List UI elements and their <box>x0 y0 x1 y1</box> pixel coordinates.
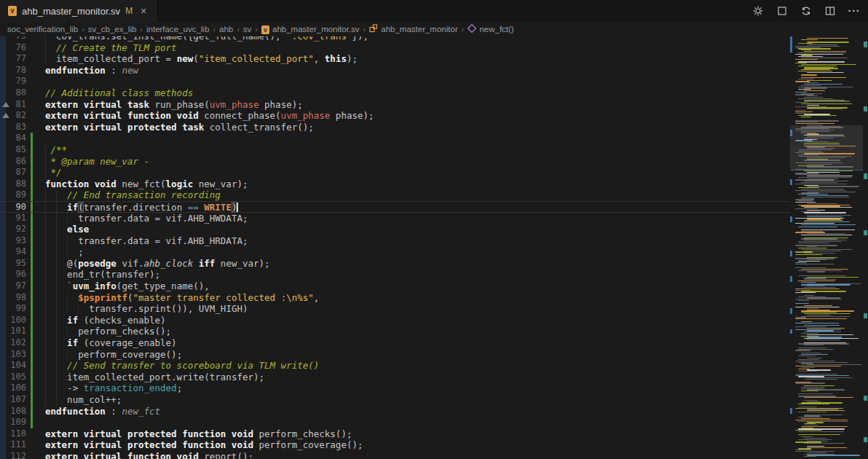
git-modified-gutter[interactable] <box>31 189 33 201</box>
breadcrumb-separator-icon <box>363 25 366 34</box>
breadcrumb-item[interactable]: new_fct() <box>467 24 513 34</box>
git-modified-gutter[interactable] <box>31 326 33 337</box>
minimap-line <box>798 434 840 435</box>
git-modified-gutter[interactable] <box>31 246 33 258</box>
git-modified-gutter[interactable] <box>31 372 33 383</box>
code-line: 105item_collected_port.write(transfer); <box>0 372 790 383</box>
git-modified-gutter[interactable] <box>31 202 33 212</box>
minimap-line <box>804 90 825 91</box>
minimap-line <box>798 404 829 404</box>
git-modified-gutter[interactable] <box>31 269 33 280</box>
minimap-line <box>795 318 847 319</box>
git-modified-gutter[interactable] <box>31 303 33 315</box>
git-modified-gutter[interactable] <box>31 394 33 406</box>
line-number: 92 <box>0 224 26 235</box>
tab-ahb-master-monitor[interactable]: ahb_master_monitor.sv M <box>0 0 158 22</box>
minimap-line <box>801 321 812 322</box>
code-line: 91transfer.data = vif.AHB_HWDATA; <box>0 213 790 224</box>
git-modified-gutter[interactable] <box>31 417 33 428</box>
line-number: 75 <box>0 36 26 42</box>
git-modified-gutter[interactable] <box>31 235 33 247</box>
gutter-triangle-icon[interactable] <box>2 113 9 118</box>
minimap[interactable] <box>790 36 863 459</box>
git-modified-gutter[interactable] <box>31 382 33 394</box>
code-line: 96end_tr(transfer); <box>0 269 790 280</box>
line-number: 93 <box>0 235 26 247</box>
git-modified-gutter[interactable] <box>31 178 33 190</box>
minimap-line <box>804 101 850 101</box>
minimap-line <box>807 42 849 42</box>
git-modified-gutter[interactable] <box>31 360 33 372</box>
minimap-line <box>798 275 846 276</box>
git-modified-gutter[interactable] <box>31 349 33 361</box>
ruler-change-mark <box>864 313 867 318</box>
git-modified-gutter[interactable] <box>31 280 33 292</box>
git-modified-gutter[interactable] <box>31 315 33 326</box>
breadcrumb-item[interactable]: soc_verification_lib <box>7 25 78 34</box>
git-modified-gutter[interactable] <box>31 156 33 168</box>
breadcrumb-item[interactable]: ahb_master_monitor <box>369 24 457 34</box>
code-line: 101perform_checks(); <box>0 326 790 337</box>
line-number: 85 <box>0 144 26 156</box>
layout-square-icon[interactable] <box>776 4 789 17</box>
code-line: 95@(posedge vif.ahb_clock iff new_var); <box>0 258 790 270</box>
minimap-line <box>795 262 807 263</box>
minimap-modified-mark <box>790 216 792 222</box>
minimap-line <box>807 334 853 335</box>
minimap-line <box>798 407 817 407</box>
breadcrumb-item[interactable]: ahb <box>219 25 233 34</box>
minimap-slider[interactable] <box>790 125 863 170</box>
line-number: 111 <box>0 439 26 451</box>
minimap-line <box>798 371 817 372</box>
line-number: 102 <box>0 337 26 349</box>
git-modified-gutter[interactable] <box>31 133 33 144</box>
tab-label: ahb_master_monitor.sv <box>22 6 120 17</box>
line-number: 90 <box>0 202 26 213</box>
editor-actions <box>751 0 861 22</box>
code-line: 75cov_trans.set_inst_name({get_full_name… <box>0 36 790 42</box>
minimap-line <box>795 190 846 191</box>
gutter-triangle-icon[interactable] <box>2 102 9 107</box>
minimap-line <box>798 243 829 243</box>
settings-gear-icon[interactable] <box>751 4 765 17</box>
breadcrumb-item[interactable]: sv <box>243 25 252 34</box>
git-modified-gutter[interactable] <box>31 144 33 156</box>
minimap-line <box>798 227 837 227</box>
minimap-line <box>801 391 818 391</box>
minimap-line <box>807 452 827 453</box>
sync-changes-icon[interactable] <box>800 4 813 17</box>
code-line: 79 <box>0 76 790 87</box>
minimap-line <box>795 323 839 323</box>
git-modified-gutter[interactable] <box>31 406 33 417</box>
code-editor[interactable]: 75cov_trans.set_inst_name({get_full_name… <box>0 36 868 459</box>
close-icon[interactable] <box>138 5 149 17</box>
minimap-line <box>795 223 835 224</box>
breadcrumb-item[interactable]: ahb_master_monitor.sv <box>261 25 360 34</box>
minimap-line <box>798 300 809 301</box>
git-modified-gutter[interactable] <box>31 224 33 235</box>
code-line: 112extern virtual function void report()… <box>0 451 790 459</box>
breadcrumb-item[interactable]: sv_cb_ex_lib <box>88 25 136 34</box>
line-number: 77 <box>0 53 26 65</box>
git-modified-gutter[interactable] <box>31 337 33 349</box>
breadcrumb-item[interactable]: interface_uvc_lib <box>146 25 209 34</box>
minimap-line <box>795 254 822 255</box>
git-modified-gutter[interactable] <box>31 213 33 224</box>
code-line: 87*/ <box>0 167 790 178</box>
breadcrumb-separator-icon <box>213 25 216 34</box>
overview-ruler[interactable] <box>863 36 868 459</box>
code-line: 97`uvm_info(get_type_name(), <box>0 280 790 292</box>
minimap-line <box>807 308 819 309</box>
minimap-line <box>798 177 851 178</box>
git-modified-gutter[interactable] <box>31 258 33 270</box>
more-actions-icon[interactable] <box>848 4 861 17</box>
ruler-change-mark <box>864 396 867 401</box>
git-modified-gutter[interactable] <box>31 292 33 304</box>
minimap-line <box>801 85 821 86</box>
minimap-line <box>807 210 825 211</box>
split-editor-icon[interactable] <box>824 4 837 17</box>
git-modified-gutter[interactable] <box>31 167 33 178</box>
code-line: 76// Create the TLM port <box>0 42 790 54</box>
minimap-line <box>795 111 813 112</box>
minimap-cursor-line <box>790 170 863 170</box>
